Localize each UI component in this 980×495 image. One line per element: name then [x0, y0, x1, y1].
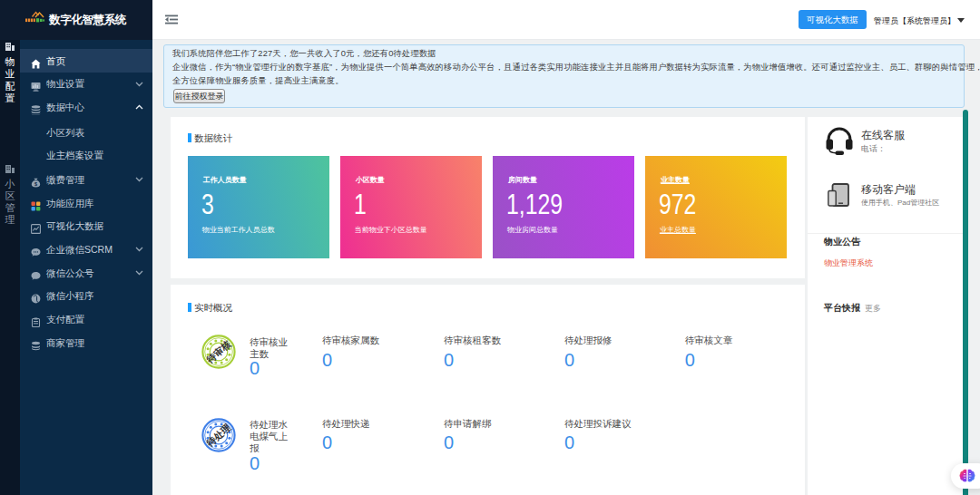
svg-text:$: $: [34, 180, 37, 186]
